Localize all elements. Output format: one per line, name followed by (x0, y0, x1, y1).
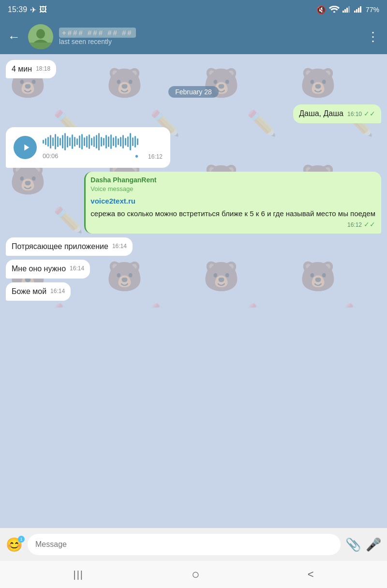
more-options-button[interactable]: ⋮ (367, 29, 379, 44)
message-bubble: 4 мин 18:18 (6, 60, 56, 78)
waveform-bar (43, 140, 44, 144)
message-row: Потрясающее приложение 16:14 (6, 237, 381, 256)
waveform-bar (84, 137, 85, 146)
waveform-bar (120, 137, 121, 147)
message-row: 00:06 • 16:12 (6, 127, 381, 168)
waveform-bar (76, 138, 78, 145)
svg-rect-1 (342, 11, 344, 13)
svg-rect-3 (346, 8, 348, 13)
wifi-icon (329, 6, 340, 14)
input-bar: 😊 1 📎 🎤 (0, 528, 387, 561)
waveform-bar (101, 137, 102, 147)
voice2text-link[interactable]: voice2text.ru (90, 197, 135, 205)
message-bubble: Боже мой 16:14 (6, 282, 71, 301)
message-meta: 16:14 (50, 287, 65, 295)
date-pill: February 28 (168, 86, 218, 98)
waveform-bar (118, 138, 119, 145)
status-bar: 15:39 ✈ 🖼 🔇 (0, 0, 387, 19)
nav-menu-button[interactable]: ||| (73, 569, 84, 580)
emoji-badge: 1 (18, 536, 25, 543)
message-text: Даша, Даша (299, 109, 343, 118)
mute-icon: 🔇 (316, 5, 326, 15)
waveform-bar (98, 133, 100, 150)
waveform-bar (74, 137, 75, 147)
waveform-bar (137, 138, 138, 145)
mic-button[interactable]: 🎤 (366, 537, 381, 552)
waveform-bar (115, 136, 117, 147)
message-text: 4 мин (12, 65, 32, 73)
waveform-bar (96, 135, 97, 148)
emoji-button-wrap: 😊 1 (6, 537, 23, 553)
back-button[interactable]: ← (8, 29, 20, 44)
waveform-bar (64, 133, 66, 150)
message-meta: 16:14 (112, 242, 127, 250)
message-row: Боже мой 16:14 (6, 282, 381, 301)
forwarded-text: сережа во сколько можно встретиться ближ… (90, 208, 375, 220)
signal-icon (342, 6, 351, 14)
waveform-bar (113, 137, 114, 146)
telegram-icon: ✈ (30, 5, 36, 15)
waveform-bar (86, 136, 88, 147)
svg-rect-2 (344, 9, 346, 13)
voice-duration: 00:06 (43, 152, 59, 161)
svg-marker-13 (24, 144, 29, 150)
forward-header: Dasha PhanganRent Voice message (90, 176, 375, 194)
nav-back-button[interactable]: < (308, 568, 314, 581)
time-display: 15:39 (8, 5, 27, 14)
gallery-icon: 🖼 (39, 5, 47, 14)
status-right: 🔇 77% (316, 5, 379, 15)
forward-type: Voice message (90, 185, 375, 193)
waveform-bar (89, 134, 90, 149)
waveform-bar (108, 136, 109, 147)
nav-home-button[interactable]: ○ (192, 568, 200, 581)
message-bubble: Потрясающее приложение 16:14 (6, 237, 133, 256)
svg-rect-5 (354, 11, 356, 13)
message-time: 16:14 (50, 287, 65, 295)
waveform-bar (52, 137, 54, 146)
waveform-bar (105, 135, 107, 148)
voice-info: 00:06 • (43, 134, 138, 161)
waveform-bar (103, 138, 104, 146)
date-separator: February 28 (6, 86, 381, 98)
message-time: 16:12 (148, 153, 163, 161)
waveform-bar (125, 138, 126, 146)
message-meta: 16:12 (148, 153, 163, 161)
message-text: Потрясающее приложение (12, 242, 108, 250)
message-time: 16:10 (347, 110, 362, 118)
nav-bar: ||| ○ < (0, 561, 387, 588)
waveform-bar (47, 137, 49, 147)
chat-area: 4 мин 18:18 February 28 Даша, Даша 16:10… (0, 54, 387, 308)
message-row: 4 мин 18:18 (6, 60, 381, 78)
message-time: 16:12 (347, 221, 362, 229)
svg-rect-4 (348, 6, 350, 13)
waveform-bar (55, 134, 56, 149)
waveform-bar (110, 134, 112, 149)
waveform-bar (81, 134, 83, 149)
chat-header: ← +### ### ## ## last seen recently ⋮ (0, 19, 387, 54)
signal-icon2 (354, 6, 363, 14)
waveform-bar (132, 137, 134, 146)
svg-rect-7 (358, 8, 359, 13)
message-input[interactable] (28, 534, 341, 555)
waveform-bar (50, 135, 51, 148)
message-meta: 18:18 (36, 65, 50, 73)
message-text: Боже мой (12, 287, 46, 295)
play-button[interactable] (14, 136, 37, 159)
waveform-bar (67, 136, 68, 147)
waveform-bar (91, 138, 92, 146)
message-meta: 16:12 ✓✓ (347, 220, 375, 230)
message-meta: 16:10 ✓✓ (347, 109, 375, 119)
svg-rect-8 (360, 6, 361, 13)
svg-rect-6 (356, 9, 357, 13)
contact-avatar[interactable] (28, 24, 53, 49)
message-text: Мне оно нужно (12, 265, 66, 273)
message-row: Мне оно нужно 16:14 (6, 260, 381, 278)
waveform-bar (72, 134, 73, 149)
waveform-bar (130, 133, 131, 150)
voice-dot: • (135, 151, 138, 161)
waveform-bar (45, 138, 46, 145)
attach-button[interactable]: 📎 (345, 537, 361, 552)
waveform-bar (93, 136, 95, 147)
voice-message-bubble: 00:06 • 16:12 (6, 127, 170, 168)
waveform-bar (62, 135, 63, 148)
